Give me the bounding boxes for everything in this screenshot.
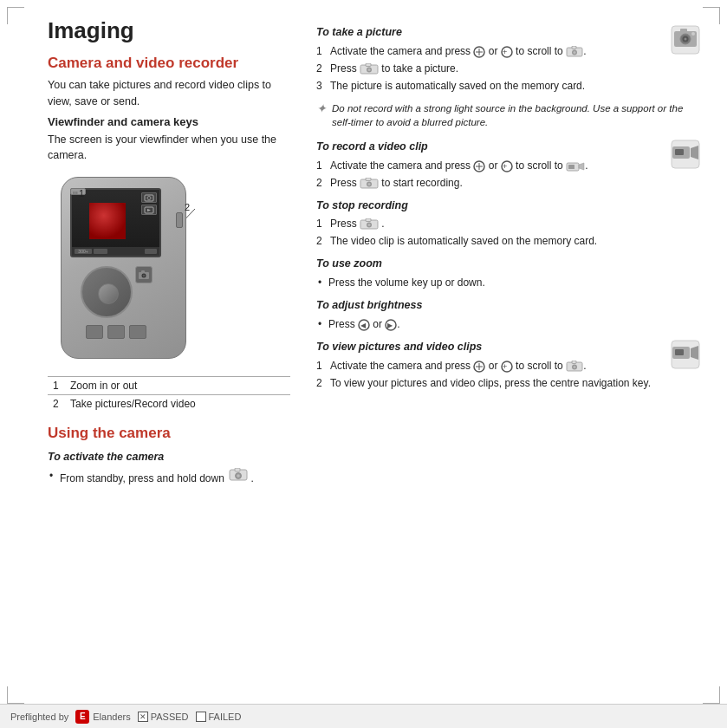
- corner-mark-tr: [703, 7, 720, 24]
- svg-point-50: [368, 183, 371, 185]
- svg-rect-52: [366, 218, 371, 222]
- svg-rect-46: [568, 165, 574, 169]
- screen-bottom-right: [145, 249, 157, 254]
- record-video-section: To record a video clip 1 Activate the ca…: [316, 139, 701, 191]
- left-column: Imaging Camera and video recorder You ca…: [48, 17, 290, 685]
- elanders-e-icon: E: [75, 710, 89, 724]
- use-zoom-item: Press the volume key up or down.: [316, 275, 701, 290]
- svg-point-3: [147, 196, 151, 199]
- use-zoom-section: To use zoom Press the volume key up or d…: [316, 256, 701, 290]
- elanders-name: Elanders: [93, 712, 130, 722]
- svg-rect-32: [366, 63, 371, 67]
- right-column: To take a picture 1 Activate the camera …: [316, 17, 701, 685]
- svg-point-54: [368, 224, 371, 226]
- svg-point-34: [368, 68, 371, 71]
- table-row: 2 Take pictures/Record video: [48, 395, 290, 413]
- failed-checkbox: [196, 712, 206, 722]
- label-text-1: Zoom in or out: [65, 377, 290, 395]
- phone-screen: 300+: [70, 188, 161, 257]
- camera-section-heading: Camera and video recorder: [48, 55, 290, 72]
- elanders-logo: E Elanders: [75, 710, 130, 724]
- passed-checkbox: ✕: [138, 712, 148, 722]
- svg-text:≡≡: ≡≡: [73, 190, 78, 194]
- activate-title: To activate the camera: [48, 449, 290, 465]
- adjust-brightness-list: Press ◀ or ▶.: [316, 316, 701, 332]
- failed-box: FAILED: [196, 712, 242, 722]
- stop-step-1: 1 Press .: [316, 216, 701, 231]
- svg-rect-8: [141, 270, 145, 273]
- stop-recording-section: To stop recording 1 Press . 2 The video …: [316, 198, 701, 250]
- svg-marker-45: [579, 163, 584, 170]
- screen-bottom-left: 300+: [75, 249, 92, 254]
- take-picture-steps: 1 Activate the camera and press or + to …: [316, 43, 662, 94]
- take-picture-step-3: 3 The picture is automatically saved on …: [316, 78, 662, 94]
- view-clips-section: To view pictures and video clips 1 Activ…: [316, 339, 701, 391]
- adjust-brightness-section: To adjust brightness Press ◀ or ▶.: [316, 297, 701, 332]
- svg-rect-62: [675, 349, 684, 355]
- nav-pad-area: [81, 266, 133, 318]
- table-row: 1 Zoom in or out: [48, 377, 290, 395]
- view-step-2: 2 To view your pictures and video clips,…: [316, 375, 662, 391]
- using-camera-heading: Using the camera: [48, 425, 290, 442]
- note-sun-icon: ✦: [316, 101, 327, 118]
- viewfinder-body: The screen is your viewfinder when you u…: [48, 132, 290, 165]
- screen-icon-2: [141, 205, 157, 215]
- screen-subject: [89, 203, 126, 239]
- svg-text:▶: ▶: [387, 322, 393, 329]
- screen-bottom-mid: [94, 249, 107, 254]
- svg-point-71: [574, 366, 576, 368]
- stop-recording-title: To stop recording: [316, 198, 701, 214]
- phone-image: 1 2: [48, 172, 282, 363]
- adjust-brightness-item: Press ◀ or ▶.: [316, 316, 701, 332]
- preflighted-bar: Preflighted by E Elanders ✕ PASSED FAILE…: [0, 704, 727, 728]
- svg-text:◀: ◀: [360, 322, 367, 329]
- corner-mark-tl: [7, 7, 24, 24]
- small-keys: [70, 325, 161, 342]
- view-clips-steps: 1 Activate the camera and press or + to …: [316, 358, 662, 391]
- note-box: ✦ Do not record with a strong light sour…: [316, 99, 701, 132]
- svg-point-21: [691, 32, 695, 36]
- camera-intro: You can take pictures and record video c…: [48, 77, 290, 110]
- record-video-title: To record a video clip: [316, 139, 662, 155]
- svg-rect-48: [366, 178, 371, 181]
- svg-text:+: +: [503, 48, 507, 56]
- label-table: 1 Zoom in or out 2 Take pictures/Record …: [48, 376, 290, 413]
- svg-point-10: [143, 274, 146, 276]
- take-picture-step-2: 2 Press to take a picture.: [316, 61, 662, 76]
- label-text-2: Take pictures/Record video: [65, 395, 290, 413]
- page-heading: Imaging: [48, 17, 290, 44]
- phone-body: 300+ ≡≡: [61, 177, 186, 359]
- take-picture-section: To take a picture 1 Activate the camera …: [316, 24, 701, 94]
- view-clips-title: To view pictures and video clips: [316, 339, 662, 355]
- record-video-steps: 1 Activate the camera and press or + to …: [316, 158, 662, 191]
- adjust-brightness-title: To adjust brightness: [316, 297, 701, 314]
- use-zoom-title: To use zoom: [316, 256, 701, 272]
- svg-marker-5: [147, 209, 151, 211]
- view-icon: [670, 339, 701, 373]
- camera-button: [135, 266, 153, 283]
- svg-rect-38: [675, 149, 684, 155]
- corner-mark-bl: [7, 686, 24, 704]
- viewfinder-heading: Viewfinder and camera keys: [48, 115, 290, 128]
- side-keys: [176, 212, 183, 231]
- page: Imaging Camera and video recorder You ca…: [0, 0, 727, 728]
- svg-point-14: [237, 474, 240, 478]
- record-step-2: 2 Press to start recording.: [316, 175, 662, 191]
- activate-item: From standby, press and hold down .: [48, 468, 290, 486]
- svg-rect-28: [572, 46, 576, 49]
- svg-point-30: [574, 51, 576, 54]
- main-content: Imaging Camera and video recorder You ca…: [48, 17, 701, 685]
- stop-recording-steps: 1 Press . 2 The video clip is automatica…: [316, 216, 701, 249]
- record-step-1: 1 Activate the camera and press or + to …: [316, 158, 662, 173]
- failed-label: FAILED: [209, 712, 242, 722]
- screen-icon-1: [141, 192, 157, 203]
- svg-rect-12: [235, 468, 240, 471]
- svg-rect-17: [680, 29, 687, 33]
- corner-mark-br: [703, 686, 720, 704]
- svg-rect-2: [145, 195, 153, 201]
- view-step-1: 1 Activate the camera and press or + to …: [316, 358, 662, 374]
- svg-text:+: +: [503, 362, 507, 371]
- svg-text:+: +: [503, 162, 507, 171]
- camera-video-icon: [670, 139, 701, 172]
- label-num-2: 2: [48, 395, 65, 413]
